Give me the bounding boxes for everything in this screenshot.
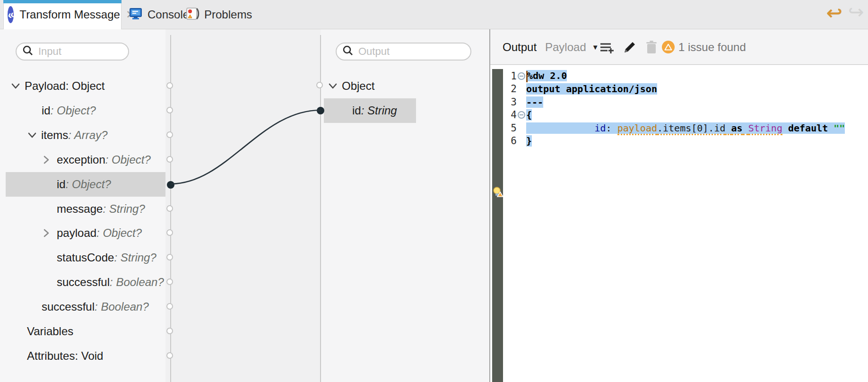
input-port[interactable] <box>166 82 173 89</box>
input-tree-row[interactable]: Payload : Object <box>6 74 165 98</box>
input-port[interactable] <box>166 352 173 359</box>
input-tree-row[interactable]: items : Array? <box>6 123 165 148</box>
field-type: : Boolean? <box>110 276 164 289</box>
code-token: { <box>526 109 532 121</box>
input-port[interactable] <box>166 205 173 212</box>
fold-collapse-icon[interactable] <box>518 72 525 80</box>
chevron-down-icon: ▼ <box>592 43 599 51</box>
input-tree-row[interactable]: id : Object? <box>6 98 165 123</box>
field-type: : Object? <box>105 153 151 166</box>
field-name: items <box>41 129 68 142</box>
input-tree-row[interactable]: message : String? <box>6 197 165 221</box>
undo-icon[interactable]: ↩ <box>826 2 842 24</box>
field-name: exception <box>57 153 105 166</box>
output-tree-row[interactable]: id : String <box>324 98 416 123</box>
payload-context-dropdown[interactable]: Payload ▼ <box>545 29 599 65</box>
code-token <box>526 122 595 134</box>
tab-problems[interactable]: Problems <box>185 0 252 29</box>
input-tree-row[interactable]: payload : Object? <box>6 221 165 245</box>
field-type: : Object? <box>96 226 142 240</box>
input-port[interactable] <box>166 107 173 113</box>
redo-icon: ↪ <box>848 1 864 23</box>
fold-collapse-icon[interactable] <box>518 111 525 119</box>
edit-pencil-icon[interactable] <box>623 29 637 65</box>
code-token: %dw 2.0 <box>527 70 567 81</box>
input-port[interactable] <box>166 303 173 310</box>
line-number: 6 <box>503 135 517 147</box>
input-port[interactable] <box>166 156 173 163</box>
mapping-canvas <box>165 29 321 382</box>
code-token <box>828 122 833 134</box>
dataweave-icon: « <box>8 6 14 23</box>
input-port-connected[interactable] <box>167 181 174 189</box>
code-line[interactable]: 6} <box>490 134 868 148</box>
field-type: : String? <box>103 202 145 216</box>
tab-console[interactable]: Console <box>129 0 189 29</box>
field-type: : String <box>361 104 397 117</box>
field-name: payload <box>57 226 96 240</box>
chevron-down-icon[interactable] <box>328 82 342 90</box>
field-name: statusCode <box>57 251 114 264</box>
field-type: : Boolean? <box>95 300 149 313</box>
chevron-right-icon[interactable] <box>43 155 57 165</box>
code-line[interactable]: 5 id: payload.items[0].id as String defa… <box>490 122 868 135</box>
code-token <box>725 122 731 135</box>
code-line[interactable]: 1%dw 2.0 <box>490 69 868 83</box>
input-search-box[interactable] <box>16 43 129 61</box>
delete-trash-icon <box>645 29 658 65</box>
code-line[interactable]: 4{ <box>490 108 868 122</box>
quickfix-lightbulb-icon[interactable] <box>492 186 504 198</box>
field-type: : Void <box>75 349 103 363</box>
code-token: id <box>595 122 606 134</box>
console-icon <box>129 7 143 23</box>
input-port[interactable] <box>166 328 173 334</box>
input-tree-row[interactable]: statusCode : String? <box>6 245 165 270</box>
warning-badge-icon <box>662 41 675 53</box>
input-search-input[interactable] <box>38 45 113 58</box>
output-port-connected[interactable] <box>317 107 324 114</box>
input-tree-row[interactable]: Variables <box>6 319 165 344</box>
output-tree-row[interactable]: Object <box>324 74 489 98</box>
chevron-right-icon[interactable] <box>43 228 57 238</box>
input-port[interactable] <box>166 131 173 138</box>
code-line[interactable]: 3--- <box>490 96 868 109</box>
problems-icon <box>185 7 200 23</box>
issue-status[interactable]: 1 issue found <box>662 29 746 65</box>
code-token: String <box>748 122 782 135</box>
add-transform-icon[interactable] <box>599 29 615 65</box>
input-tree-row[interactable]: Attributes : Void <box>6 344 165 368</box>
code-token: : <box>606 122 617 134</box>
field-type: : Array? <box>68 129 107 142</box>
field-type: : String? <box>114 251 156 264</box>
code-token: .items[0].id <box>657 122 726 135</box>
output-search-input[interactable] <box>358 45 448 58</box>
line-number: 4 <box>503 109 517 121</box>
input-tree-row[interactable]: exception : Object? <box>6 148 165 172</box>
field-name: id <box>57 178 66 191</box>
field-name: Payload <box>25 79 66 93</box>
code-token: default <box>788 122 828 134</box>
tab-title: Transform Message <box>19 8 120 21</box>
field-name: id <box>42 104 51 117</box>
field-type: : Object <box>66 79 105 93</box>
field-name: Object <box>342 79 374 93</box>
input-tree-row[interactable]: successful : Boolean? <box>6 270 165 295</box>
field-name: id <box>352 104 361 117</box>
code-line[interactable]: 2output application/json <box>490 82 868 96</box>
tab-problems-label: Problems <box>204 8 252 21</box>
code-token: output application/json <box>526 83 657 95</box>
output-port[interactable] <box>316 82 323 88</box>
chevron-down-icon[interactable] <box>27 131 41 139</box>
editor-header-title: Output <box>503 29 537 65</box>
tab-transform-message[interactable]: « Transform Message ✕ <box>3 0 122 29</box>
field-type: : Object? <box>66 178 111 191</box>
input-tree-row[interactable]: id : Object? <box>6 172 165 197</box>
code-token: --- <box>526 96 543 108</box>
tab-console-label: Console <box>148 8 189 21</box>
input-tree-row[interactable]: successful : Boolean? <box>6 295 165 319</box>
chevron-down-icon[interactable] <box>10 82 25 90</box>
output-search-box[interactable] <box>336 43 471 61</box>
dataweave-code-editor[interactable]: 1%dw 2.02output application/json3---4{5 … <box>490 65 868 382</box>
search-icon <box>342 45 354 58</box>
active-tab-accent <box>3 0 122 3</box>
